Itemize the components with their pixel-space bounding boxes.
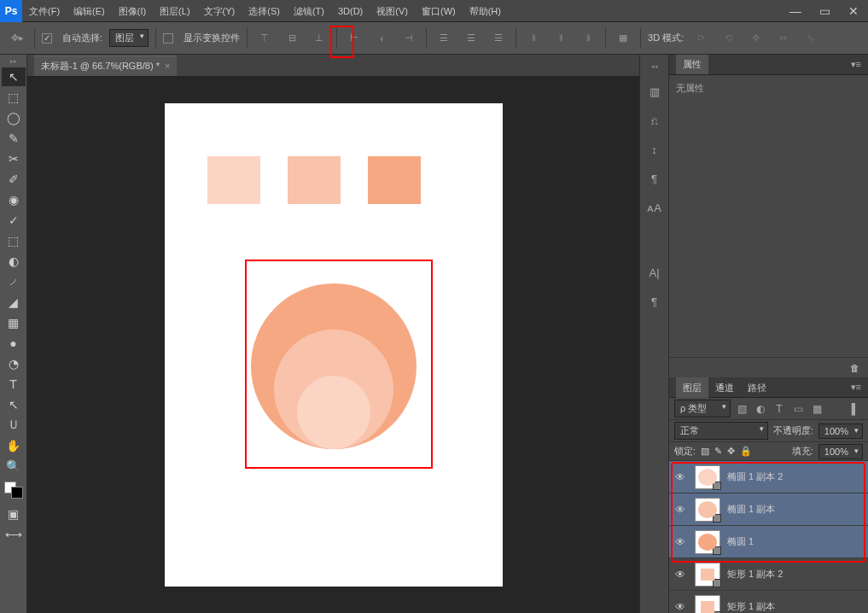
- canvas-viewport[interactable]: [27, 77, 639, 613]
- menu-select[interactable]: 选择(S): [242, 0, 287, 22]
- type-tool[interactable]: T: [2, 375, 26, 394]
- strip-icon-5[interactable]: ᴀA: [645, 198, 664, 217]
- align-top-icon[interactable]: ⊤: [254, 28, 275, 49]
- dist-bottom-icon[interactable]: ☰: [488, 28, 509, 49]
- visibility-icon[interactable]: 👁: [673, 569, 688, 581]
- close-tab-icon[interactable]: ×: [165, 61, 170, 71]
- screen-mode-tool[interactable]: ⟷: [2, 525, 26, 544]
- strip-icon-2[interactable]: ⎌: [645, 111, 664, 130]
- crop-tool[interactable]: ✂: [2, 149, 26, 168]
- layer-kind-dropdown[interactable]: ρ 类型: [674, 400, 731, 417]
- shape-tool[interactable]: Ｕ: [2, 416, 26, 435]
- lock-icon[interactable]: 🔒: [740, 446, 752, 457]
- lock-position-icon[interactable]: ✎: [714, 446, 722, 457]
- dodge-tool[interactable]: ●: [2, 334, 26, 353]
- layer-row[interactable]: 👁 椭圆 1 副本 2: [669, 461, 868, 493]
- lock-all-icon[interactable]: ✥: [727, 446, 735, 457]
- filter-type-icon[interactable]: T: [772, 403, 787, 415]
- strip-icon-1[interactable]: ▥: [645, 82, 664, 101]
- layer-thumbnail[interactable]: [695, 498, 720, 522]
- lock-pixels-icon[interactable]: ▧: [701, 446, 709, 457]
- layer-thumbnail[interactable]: [695, 530, 720, 554]
- history-brush-tool[interactable]: ◐: [2, 252, 26, 271]
- fill-field[interactable]: 100%: [818, 444, 863, 459]
- menu-layer[interactable]: 图层(L): [153, 0, 196, 22]
- opacity-field[interactable]: 100%: [818, 423, 863, 439]
- properties-tab[interactable]: 属性: [676, 55, 708, 74]
- dist-left-icon[interactable]: ⦀: [523, 28, 544, 49]
- hand-tool[interactable]: ✋: [2, 436, 26, 455]
- paths-tab[interactable]: 路径: [741, 377, 773, 398]
- filter-shape-icon[interactable]: ▭: [790, 403, 806, 415]
- layer-row[interactable]: 👁 矩形 1 副本: [669, 591, 868, 613]
- strip-icon-7[interactable]: ¶: [645, 292, 664, 311]
- move-tool[interactable]: ↖: [2, 67, 26, 86]
- blur-tool[interactable]: ▦: [2, 313, 26, 332]
- align-hcenter-icon[interactable]: ⫞: [371, 28, 392, 49]
- 3d-pan-icon[interactable]: ✥: [745, 28, 766, 49]
- canvas[interactable]: [165, 103, 503, 587]
- layer-name[interactable]: 椭圆 1 副本 2: [727, 470, 783, 483]
- menu-filter[interactable]: 滤镜(T): [287, 0, 331, 22]
- visibility-icon[interactable]: 👁: [673, 471, 688, 483]
- menu-window[interactable]: 窗口(W): [415, 0, 463, 22]
- menu-3d[interactable]: 3D(D): [331, 0, 370, 22]
- layer-name[interactable]: 椭圆 1 副本: [727, 503, 775, 516]
- lasso-tool[interactable]: ◯: [2, 108, 26, 127]
- quickmask-tool[interactable]: ▣: [2, 505, 26, 523]
- channels-tab[interactable]: 通道: [708, 377, 741, 398]
- 3d-orbit-icon[interactable]: ⟳: [690, 28, 711, 49]
- 3d-slide-icon[interactable]: ⇔: [772, 28, 793, 49]
- layer-thumbnail[interactable]: [695, 563, 720, 587]
- visibility-icon[interactable]: 👁: [673, 536, 688, 548]
- dist-vcenter-icon[interactable]: ☰: [461, 28, 481, 49]
- menu-image[interactable]: 图像(I): [112, 0, 153, 22]
- auto-align-icon[interactable]: ▦: [613, 28, 633, 49]
- dist-right-icon[interactable]: ⦀: [578, 28, 598, 49]
- maximize-button[interactable]: ▭: [810, 0, 839, 22]
- filter-toggle-icon[interactable]: ▌: [848, 403, 863, 415]
- menu-help[interactable]: 帮助(H): [463, 0, 508, 22]
- strip-icon-4[interactable]: ¶: [645, 169, 664, 188]
- menu-type[interactable]: 文字(Y): [197, 0, 242, 22]
- blend-mode-dropdown[interactable]: 正常: [674, 422, 768, 440]
- close-button[interactable]: ✕: [839, 0, 868, 22]
- eyedropper-tool[interactable]: ✐: [2, 170, 26, 189]
- show-transform-checkbox[interactable]: [163, 33, 173, 44]
- visibility-icon[interactable]: 👁: [673, 504, 688, 516]
- layer-thumbnail[interactable]: [695, 595, 720, 614]
- filter-smart-icon[interactable]: ▦: [809, 403, 824, 415]
- auto-select-dropdown[interactable]: 图层: [109, 29, 149, 47]
- heal-tool[interactable]: ◉: [2, 190, 26, 209]
- color-swatch[interactable]: [4, 482, 23, 499]
- layer-name[interactable]: 矩形 1 副本 2: [727, 568, 783, 581]
- layer-row[interactable]: 👁 椭圆 1: [669, 526, 868, 558]
- eraser-tool[interactable]: ⟋: [2, 272, 26, 291]
- trash-icon[interactable]: 🗑: [850, 363, 859, 373]
- menu-view[interactable]: 视图(V): [370, 0, 415, 22]
- filter-pixel-icon[interactable]: ▧: [734, 403, 749, 415]
- menu-file[interactable]: 文件(F): [22, 0, 67, 22]
- auto-select-checkbox[interactable]: [42, 33, 52, 44]
- layer-thumbnail[interactable]: [695, 465, 720, 489]
- quick-select-tool[interactable]: ✎: [2, 129, 26, 148]
- layers-menu-icon[interactable]: ▾≡: [851, 382, 861, 393]
- align-bottom-icon[interactable]: ⊥: [309, 28, 329, 49]
- path-select-tool[interactable]: ↖: [2, 395, 26, 414]
- pen-tool[interactable]: ◔: [2, 354, 26, 373]
- filter-adjust-icon[interactable]: ◐: [753, 403, 768, 415]
- strip-icon-3[interactable]: ↕: [645, 140, 664, 159]
- layer-name[interactable]: 矩形 1 副本: [727, 600, 775, 613]
- panel-menu-icon[interactable]: ▾≡: [851, 59, 861, 70]
- layer-name[interactable]: 椭圆 1: [727, 535, 754, 548]
- dist-hcenter-icon[interactable]: ⦀: [551, 28, 571, 49]
- align-vcenter-icon[interactable]: ⊟: [282, 28, 302, 49]
- stamp-tool[interactable]: ⬚: [2, 231, 26, 250]
- layer-row[interactable]: 👁 矩形 1 副本 2: [669, 558, 868, 591]
- menu-edit[interactable]: 编辑(E): [67, 0, 112, 22]
- gradient-tool[interactable]: ◢: [2, 293, 26, 312]
- 3d-roll-icon[interactable]: ⟲: [718, 28, 738, 49]
- minimize-button[interactable]: —: [781, 0, 810, 22]
- dist-top-icon[interactable]: ☰: [434, 28, 454, 49]
- layer-row[interactable]: 👁 椭圆 1 副本: [669, 493, 868, 526]
